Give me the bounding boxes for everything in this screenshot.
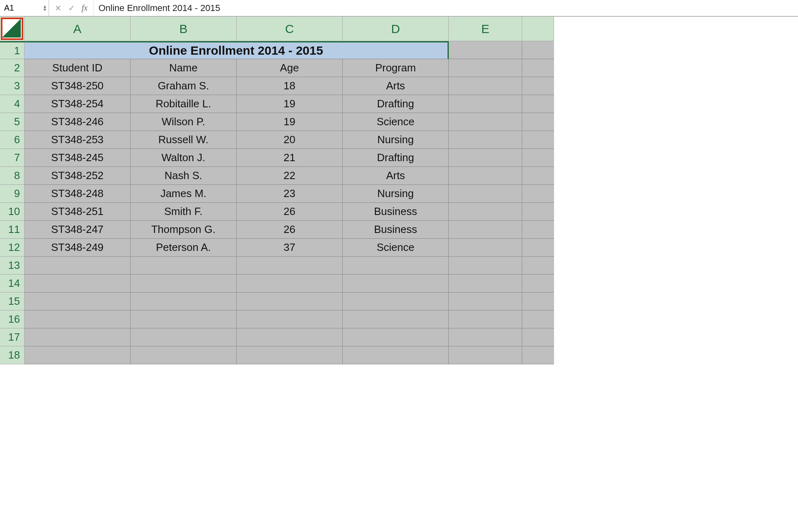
table-cell[interactable]: ST348-248 [24, 185, 131, 203]
cell-empty[interactable] [449, 257, 522, 275]
cell-empty[interactable] [449, 185, 522, 203]
cell-empty[interactable] [449, 149, 522, 167]
cell-empty[interactable] [237, 275, 343, 293]
cell-empty[interactable] [24, 257, 131, 275]
cell-empty[interactable] [522, 328, 554, 346]
table-cell[interactable]: Thompson G. [131, 221, 237, 239]
cell-empty[interactable] [131, 310, 237, 328]
cell-empty[interactable] [522, 239, 554, 257]
table-cell[interactable]: 18 [237, 77, 343, 95]
cell-empty[interactable] [131, 275, 237, 293]
cell-empty[interactable] [449, 203, 522, 221]
row-header-9[interactable]: 9 [0, 185, 24, 203]
cell-empty[interactable] [449, 328, 522, 346]
row-header-4[interactable]: 4 [0, 95, 24, 113]
row-header-12[interactable]: 12 [0, 239, 24, 257]
cell-empty[interactable] [24, 328, 131, 346]
cell-empty[interactable] [522, 293, 554, 310]
cell-empty[interactable] [24, 310, 131, 328]
table-cell[interactable]: 26 [237, 221, 343, 239]
cell-empty[interactable] [343, 328, 449, 346]
row-header-10[interactable]: 10 [0, 203, 24, 221]
row-header-2[interactable]: 2 [0, 59, 24, 77]
table-cell[interactable]: ST348-249 [24, 239, 131, 257]
cell-empty[interactable] [24, 293, 131, 310]
cell-empty[interactable] [522, 149, 554, 167]
cell-empty[interactable] [522, 275, 554, 293]
cell-empty[interactable] [237, 328, 343, 346]
row-header-15[interactable]: 15 [0, 293, 24, 310]
enter-icon[interactable]: ✓ [68, 3, 75, 13]
table-cell[interactable]: ST348-246 [24, 113, 131, 131]
cell-empty[interactable] [343, 346, 449, 364]
cell-empty[interactable] [131, 257, 237, 275]
table-cell[interactable]: ST348-245 [24, 149, 131, 167]
cancel-icon[interactable]: ✕ [55, 3, 62, 13]
table-cell[interactable]: 20 [237, 131, 343, 149]
cell-empty[interactable] [24, 275, 131, 293]
row-header-11[interactable]: 11 [0, 221, 24, 239]
row-header-17[interactable]: 17 [0, 328, 24, 346]
table-cell[interactable]: Peterson A. [131, 239, 237, 257]
table-cell[interactable]: ST348-252 [24, 167, 131, 185]
cell-empty[interactable] [131, 346, 237, 364]
cell-empty[interactable] [522, 131, 554, 149]
cell-empty[interactable] [131, 328, 237, 346]
column-header-c[interactable]: C [237, 17, 343, 41]
cell-empty[interactable] [522, 221, 554, 239]
table-cell[interactable]: Nursing [343, 131, 449, 149]
cell-empty[interactable] [343, 293, 449, 310]
cell-empty[interactable] [343, 310, 449, 328]
cell-empty[interactable] [237, 257, 343, 275]
table-cell[interactable]: 37 [237, 239, 343, 257]
row-header-13[interactable]: 13 [0, 257, 24, 275]
header-program[interactable]: Program [343, 59, 449, 77]
cell-empty[interactable] [522, 185, 554, 203]
table-cell[interactable]: ST348-247 [24, 221, 131, 239]
name-box[interactable]: A1 ▲ ▼ [0, 0, 49, 16]
column-header-b[interactable]: B [131, 17, 237, 41]
cell-empty[interactable] [237, 293, 343, 310]
cell-empty[interactable] [522, 310, 554, 328]
cell-e2[interactable] [449, 59, 522, 77]
row-header-8[interactable]: 8 [0, 167, 24, 185]
table-cell[interactable]: Russell W. [131, 131, 237, 149]
table-cell[interactable]: Nursing [343, 185, 449, 203]
cell-empty[interactable] [237, 346, 343, 364]
cell-empty[interactable] [24, 346, 131, 364]
table-cell[interactable]: ST348-251 [24, 203, 131, 221]
cell-empty[interactable] [343, 275, 449, 293]
table-cell[interactable]: 26 [237, 203, 343, 221]
cell-empty[interactable] [449, 113, 522, 131]
cell-empty[interactable] [522, 346, 554, 364]
table-cell[interactable]: James M. [131, 185, 237, 203]
table-cell[interactable]: 19 [237, 113, 343, 131]
table-cell[interactable]: Science [343, 239, 449, 257]
cell-empty[interactable] [522, 203, 554, 221]
column-header-next[interactable] [522, 17, 554, 41]
cell-e1[interactable] [449, 41, 522, 59]
select-all-corner[interactable] [0, 17, 24, 41]
table-cell[interactable]: Smith F. [131, 203, 237, 221]
table-cell[interactable]: Drafting [343, 95, 449, 113]
table-cell[interactable]: 23 [237, 185, 343, 203]
table-cell[interactable]: Business [343, 203, 449, 221]
cell-empty[interactable] [343, 257, 449, 275]
column-header-a[interactable]: A [24, 17, 131, 41]
row-header-7[interactable]: 7 [0, 149, 24, 167]
table-cell[interactable]: Walton J. [131, 149, 237, 167]
row-header-6[interactable]: 6 [0, 131, 24, 149]
table-cell[interactable]: 22 [237, 167, 343, 185]
row-header-16[interactable]: 16 [0, 310, 24, 328]
header-student-id[interactable]: Student ID [24, 59, 131, 77]
cell-empty[interactable] [449, 239, 522, 257]
column-header-d[interactable]: D [343, 17, 449, 41]
cell-empty[interactable] [449, 131, 522, 149]
table-cell[interactable]: Wilson P. [131, 113, 237, 131]
spinner-down-icon[interactable]: ▼ [43, 8, 47, 11]
cell-empty[interactable] [522, 257, 554, 275]
row-header-1[interactable]: 1 [0, 41, 24, 59]
header-name[interactable]: Name [131, 59, 237, 77]
row-header-18[interactable]: 18 [0, 346, 24, 364]
table-cell[interactable]: Science [343, 113, 449, 131]
